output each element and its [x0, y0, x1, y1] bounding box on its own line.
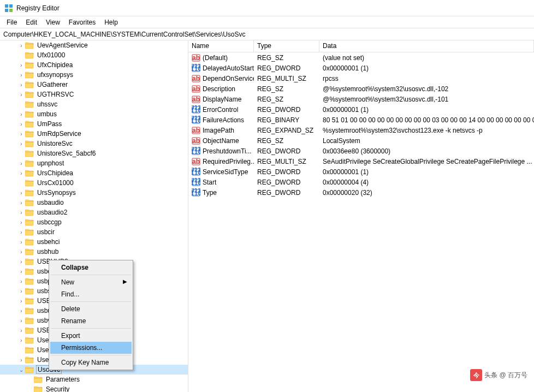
chevron-right-icon[interactable]: › [17, 318, 25, 324]
tree-item[interactable]: ›usbccgp [0, 217, 188, 227]
menu-edit[interactable]: Edit [21, 17, 41, 27]
list-row[interactable]: 011110DelayedAutoStartREG_DWORD0x0000000… [188, 63, 534, 73]
chevron-right-icon[interactable]: › [17, 278, 25, 284]
tree-item[interactable]: UrsCx01000 [0, 178, 188, 188]
chevron-right-icon[interactable]: › [17, 219, 25, 225]
context-menu-item[interactable]: Rename [50, 315, 132, 327]
tree-item[interactable]: ›UrsSynopsys [0, 188, 188, 198]
chevron-right-icon[interactable]: › [17, 121, 25, 127]
list-row[interactable]: 011110StartREG_DWORD0x00000004 (4) [188, 177, 534, 187]
chevron-right-icon[interactable]: › [17, 210, 25, 216]
chevron-down-icon[interactable]: ⌄ [17, 367, 25, 373]
list-row[interactable]: ab(Default)REG_SZ(value not set) [188, 52, 534, 63]
tree-item-label: UmRdpService [36, 130, 82, 138]
list-row[interactable]: 011110ErrorControlREG_DWORD0x00000001 (1… [188, 104, 534, 115]
chevron-right-icon[interactable]: › [17, 337, 25, 343]
menu-file[interactable]: File [2, 17, 21, 27]
list-row[interactable]: abDependOnServiceREG_MULTI_SZrpcss [188, 73, 534, 84]
tree-item[interactable]: ›UevAgentService [0, 40, 188, 50]
tree-item[interactable]: ›UGTHRSVC [0, 90, 188, 99]
tree-item[interactable]: UnistoreSvc_5abcf6 [0, 149, 188, 158]
folder-icon [25, 277, 34, 285]
value-data-cell: rpcss [319, 75, 534, 82]
tree-item[interactable]: ›usbcir [0, 227, 188, 237]
tree-item[interactable]: ›usbaudio2 [0, 207, 188, 217]
context-menu-item[interactable]: New▶ [50, 276, 132, 288]
context-menu-item[interactable]: Find... [50, 288, 132, 300]
list-row[interactable]: abDisplayNameREG_SZ@%systemroot%\system3… [188, 94, 534, 104]
chevron-right-icon[interactable]: › [17, 190, 25, 196]
tree-item[interactable]: ›usbhub [0, 247, 188, 257]
list-row[interactable]: abImagePathREG_EXPAND_SZ%systemroot%\sys… [188, 125, 534, 135]
list-row[interactable]: 011110ServiceSidTypeREG_DWORD0x00000001 … [188, 167, 534, 177]
list-row[interactable]: abRequiredPrivileg...REG_MULTI_SZSeAudit… [188, 156, 534, 167]
column-name[interactable]: Name [188, 40, 254, 52]
tree-item[interactable]: Security [0, 384, 188, 392]
chevron-right-icon[interactable]: › [17, 239, 25, 245]
column-data[interactable]: Data [319, 40, 534, 52]
chevron-right-icon[interactable]: › [17, 308, 25, 314]
list-row[interactable]: abDescriptionREG_SZ@%systemroot%\system3… [188, 84, 534, 94]
chevron-right-icon[interactable]: › [17, 249, 25, 255]
chevron-right-icon[interactable]: › [17, 62, 25, 68]
tree-item[interactable]: ›UmPass [0, 119, 188, 129]
address-bar[interactable]: Computer\HKEY_LOCAL_MACHINE\SYSTEM\Curre… [0, 28, 534, 40]
tree-item-label: UmPass [36, 120, 63, 128]
chevron-right-icon[interactable]: › [17, 288, 25, 294]
context-menu[interactable]: CollapseNew▶Find...DeleteRenameExportPer… [49, 260, 133, 370]
chevron-right-icon[interactable]: › [17, 111, 25, 117]
menu-favorites[interactable]: Favorites [64, 17, 100, 27]
chevron-right-icon[interactable]: › [17, 170, 25, 176]
tree-item-label: usbccgp [36, 218, 63, 226]
tree-item[interactable]: uhssvc [0, 99, 188, 109]
tree-item[interactable]: ›usbaudio [0, 198, 188, 207]
menu-view[interactable]: View [41, 17, 64, 27]
list-row[interactable]: abObjectNameREG_SZLocalSystem [188, 135, 534, 146]
context-menu-item[interactable]: Copy Key Name [50, 357, 132, 369]
value-type-cell: REG_DWORD [254, 168, 319, 176]
chevron-right-icon[interactable]: › [17, 328, 25, 334]
tree-item[interactable]: ›ufxsynopsys [0, 70, 188, 80]
tree-item[interactable]: ›UmRdpService [0, 129, 188, 139]
tree-item-label: usbehci [36, 238, 61, 246]
chevron-right-icon[interactable]: › [17, 72, 25, 78]
tree-item[interactable]: ›UrsChipidea [0, 168, 188, 178]
list-row[interactable]: 011110TypeREG_DWORD0x00000020 (32) [188, 187, 534, 198]
tree-item[interactable]: Parameters [0, 375, 188, 384]
list-pane[interactable]: Name Type Data ab(Default)REG_SZ(value n… [188, 40, 534, 392]
chevron-right-icon[interactable]: › [17, 200, 25, 206]
chevron-right-icon[interactable]: › [17, 357, 25, 363]
tree-item[interactable]: Ufx01000 [0, 50, 188, 60]
chevron-right-icon[interactable]: › [17, 269, 25, 275]
list-row[interactable]: 011110FailureActionsREG_BINARY80 51 01 0… [188, 115, 534, 125]
tree-item[interactable]: ›upnphost [0, 158, 188, 168]
chevron-right-icon[interactable]: › [17, 43, 25, 49]
chevron-right-icon[interactable]: › [17, 161, 25, 167]
tree-item[interactable]: ›usbehci [0, 237, 188, 247]
column-type[interactable]: Type [254, 40, 319, 52]
context-menu-item[interactable]: Export [50, 330, 132, 342]
value-type-cell: REG_DWORD [254, 106, 319, 114]
context-menu-separator [51, 355, 131, 355]
chevron-right-icon[interactable]: › [17, 229, 25, 235]
value-name-cell: abDisplayName [188, 95, 254, 104]
menu-help[interactable]: Help [100, 17, 122, 27]
tree-item[interactable]: ›UGatherer [0, 80, 188, 90]
chevron-right-icon[interactable]: › [17, 92, 25, 98]
chevron-right-icon[interactable]: › [17, 131, 25, 137]
context-menu-item[interactable]: Delete [50, 303, 132, 315]
tree-item[interactable]: ›UfxChipidea [0, 60, 188, 70]
value-type-cell: REG_MULTI_SZ [254, 158, 319, 165]
tree-item[interactable]: ›umbus [0, 109, 188, 119]
value-name-cell: 011110ServiceSidType [188, 168, 254, 176]
value-name-cell: 011110Start [188, 178, 254, 187]
list-row[interactable]: 011110PreshutdownTi...REG_DWORD0x0036ee8… [188, 146, 534, 156]
context-menu-item[interactable]: Collapse [50, 262, 132, 274]
tree-item[interactable]: ›UnistoreSvc [0, 139, 188, 149]
chevron-right-icon[interactable]: › [17, 141, 25, 147]
folder-icon [34, 376, 43, 383]
chevron-right-icon[interactable]: › [17, 298, 25, 304]
chevron-right-icon[interactable]: › [17, 82, 25, 88]
context-menu-item[interactable]: Permissions... [50, 342, 132, 354]
chevron-right-icon[interactable]: › [17, 259, 25, 265]
